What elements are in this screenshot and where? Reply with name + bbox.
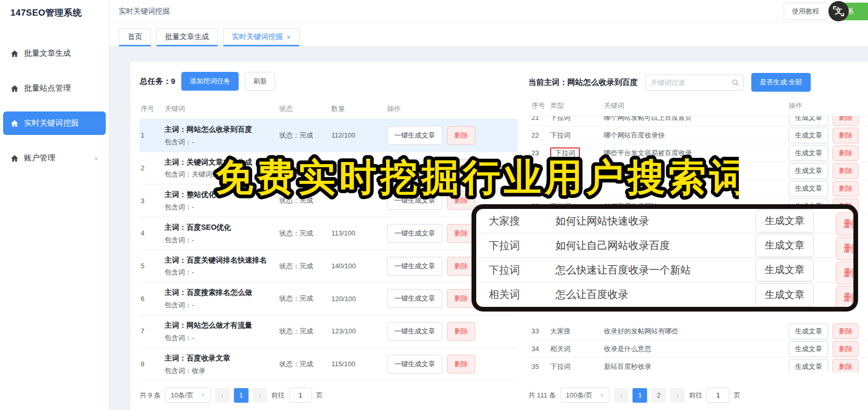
generate-article-button[interactable]: 生成文章 bbox=[789, 128, 828, 143]
generate-article-button[interactable]: 生成文章 bbox=[789, 163, 828, 179]
row-index: 8 bbox=[140, 360, 165, 368]
goto-page-input[interactable] bbox=[289, 388, 312, 403]
sidebar-item-batch-article[interactable]: 批量文章生成 bbox=[3, 42, 106, 65]
table-row[interactable]: 23 下拉词 哪些平台发文容易被百度收录 生成文章删除 bbox=[528, 144, 868, 162]
keyword-type: 大家搜 bbox=[550, 184, 571, 192]
row-index: 3 bbox=[140, 197, 165, 205]
per-page-select[interactable]: 100条/页 ∨ bbox=[560, 388, 610, 403]
tab-keyword-mining[interactable]: 实时关键词挖掘 × bbox=[223, 28, 300, 46]
goto-page-input[interactable] bbox=[706, 388, 729, 403]
search-icon bbox=[731, 79, 739, 86]
generate-article-button[interactable]: 一键生成文章 bbox=[387, 191, 442, 210]
table-row[interactable]: 7 主词：网站怎么做才有流量包含词：- 状态：完成 123/100 一键生成文章… bbox=[140, 315, 518, 348]
generate-article-button[interactable]: 一键生成文章 bbox=[387, 322, 442, 341]
prev-page-button[interactable]: ‹ bbox=[215, 388, 230, 403]
delete-button[interactable]: 删除 bbox=[833, 181, 859, 196]
refresh-button[interactable]: 刷新 bbox=[245, 72, 275, 91]
generate-article-button[interactable]: 一键生成文章 bbox=[387, 289, 442, 308]
page-number-1[interactable]: 1 bbox=[234, 388, 249, 403]
table-row[interactable]: 1 主词：网站怎么收录到百度包含词：- 状态：完成 112/100 一键生成文章… bbox=[140, 119, 518, 152]
delete-button[interactable]: 删除 bbox=[447, 257, 475, 276]
next-page-button[interactable]: › bbox=[253, 388, 267, 403]
page-number-1[interactable]: 1 bbox=[633, 388, 647, 403]
row-index: 6 bbox=[140, 295, 165, 303]
generate-article-button[interactable]: 生成文章 bbox=[755, 209, 814, 232]
tutorial-button[interactable]: 使用教程 bbox=[784, 3, 827, 20]
next-page-button[interactable]: › bbox=[670, 388, 685, 403]
table-row[interactable]: 22 下拉词 哪个网站百度收录快 生成文章删除 bbox=[528, 127, 868, 144]
generate-article-button[interactable]: 生成文章 bbox=[755, 283, 814, 306]
table-row[interactable]: 25 大家搜 生成文章删除 bbox=[528, 180, 868, 197]
task-subwords: 包含词：- bbox=[165, 333, 275, 343]
generate-article-button[interactable]: 一键生成文章 bbox=[387, 159, 442, 178]
page-number-2[interactable]: 2 bbox=[651, 388, 666, 403]
generate-article-button[interactable]: 生成文章 bbox=[755, 258, 814, 281]
sidebar-item-batch-site[interactable]: 批量站点管理 bbox=[3, 77, 106, 100]
table-row[interactable]: 8 主词：百度收录文章包含词：收录 状态：完成 115/100 一键生成文章删除 bbox=[140, 348, 518, 381]
translate-icon[interactable]: 文 bbox=[828, 1, 849, 21]
table-row[interactable]: 35 下拉词 新站百度秒收录 生成文章删除 bbox=[528, 358, 868, 372]
generate-article-button[interactable]: 一键生成文章 bbox=[387, 355, 442, 374]
generate-article-button[interactable]: 生成文章 bbox=[789, 324, 828, 339]
chevron-down-icon: ∨ bbox=[94, 155, 98, 162]
keyword-text: 收录是什么意思 bbox=[604, 344, 789, 354]
keyword-type: 下拉词 bbox=[476, 239, 555, 253]
generate-article-button[interactable]: 生成文章 bbox=[789, 145, 828, 161]
generate-all-button[interactable]: 是否生成:全部 bbox=[751, 73, 811, 92]
tab-bar: 首页 批量文章生成 实时关键词挖掘 × bbox=[109, 23, 868, 47]
generate-article-button[interactable]: 生成文章 bbox=[789, 181, 828, 196]
delete-button[interactable]: 删除 bbox=[833, 324, 859, 339]
task-title: 主词：关键词文章自动生成 bbox=[165, 157, 275, 168]
generate-article-button[interactable]: 一键生成文章 bbox=[387, 224, 442, 243]
delete-button[interactable]: 删除 bbox=[447, 224, 475, 243]
sidebar-item-keyword-mining[interactable]: 实时关键词挖掘 bbox=[3, 111, 106, 135]
delete-button[interactable]: 删除 bbox=[833, 128, 859, 143]
generate-article-button[interactable]: 生成文章 bbox=[789, 359, 828, 373]
table-row[interactable]: 24 下拉词 如何让网站百度收录 生成文章删除 bbox=[528, 162, 868, 180]
delete-button[interactable]: 删除 bbox=[447, 322, 475, 341]
row-index: 22 bbox=[528, 131, 550, 139]
delete-button[interactable]: 删除 bbox=[836, 237, 858, 260]
table-row[interactable]: 2 主词：关键词文章自动生成包含词：关键词生成 状态：完成 100/100 一键… bbox=[140, 152, 518, 185]
prev-page-button[interactable]: ‹ bbox=[614, 388, 628, 403]
generate-article-button[interactable]: 生成文章 bbox=[789, 116, 828, 126]
delete-button[interactable]: 删除 bbox=[447, 289, 475, 308]
keyword-filter-input[interactable] bbox=[645, 74, 744, 91]
delete-button[interactable]: 删除 bbox=[447, 159, 475, 178]
table-row[interactable]: 3 主词：整站优化包含词：- 状态：完成 一键生成文章删除 bbox=[140, 184, 518, 217]
delete-button[interactable]: 删除 bbox=[833, 359, 859, 373]
generate-article-button[interactable]: 一键生成文章 bbox=[387, 126, 442, 145]
close-icon[interactable]: × bbox=[287, 33, 291, 41]
inset-row: 大家搜 如何让网站快速收录 生成文章 删除 bbox=[476, 209, 853, 233]
delete-button[interactable]: 删除 bbox=[447, 191, 475, 210]
generate-article-button[interactable]: 生成文章 bbox=[789, 341, 828, 357]
generate-article-button[interactable]: 一键生成文章 bbox=[387, 257, 442, 276]
tab-home[interactable]: 首页 bbox=[119, 28, 151, 46]
table-row[interactable]: 6 主词：百度搜索排名怎么做包含词：- 状态：完成 120/100 一键生成文章… bbox=[140, 282, 518, 315]
table-row[interactable]: 33 大家搜 收录好的发帖网站有哪些 生成文章删除 bbox=[528, 322, 868, 340]
per-page-select[interactable]: 10条/页 ∨ bbox=[165, 388, 210, 403]
row-index: 25 bbox=[528, 184, 550, 192]
table-row[interactable]: 21 下拉词 哪个网站发帖可以上百度首页 生成文章删除 bbox=[528, 116, 868, 127]
delete-button[interactable]: 删除 bbox=[836, 262, 858, 284]
row-index: 35 bbox=[528, 363, 550, 370]
sidebar-item-account[interactable]: 账户管理 ∨ bbox=[3, 146, 106, 170]
delete-button[interactable]: 删除 bbox=[833, 116, 859, 126]
delete-button[interactable]: 删除 bbox=[836, 213, 858, 235]
home-icon bbox=[10, 49, 19, 58]
delete-button[interactable]: 删除 bbox=[836, 286, 858, 309]
delete-button[interactable]: 删除 bbox=[447, 126, 475, 145]
delete-button[interactable]: 删除 bbox=[833, 163, 859, 179]
keyword-text: 如何让网站快速收录 bbox=[555, 214, 755, 228]
table-row[interactable]: 34 相关词 收录是什么意思 生成文章删除 bbox=[528, 340, 868, 358]
delete-button[interactable]: 删除 bbox=[447, 355, 475, 374]
add-task-button[interactable]: 添加挖词任务 bbox=[181, 72, 239, 91]
tab-batch-article[interactable]: 批量文章生成 bbox=[156, 28, 218, 46]
table-row[interactable]: 5 主词：百度关键词排名快速排名包含词：- 状态：完成 140/100 一键生成… bbox=[140, 250, 518, 283]
generate-article-button[interactable]: 生成文章 bbox=[755, 234, 814, 257]
task-count: 115/100 bbox=[331, 360, 387, 368]
delete-button[interactable]: 删除 bbox=[833, 341, 859, 357]
delete-button[interactable]: 删除 bbox=[833, 145, 859, 161]
keyword-type: 下拉词 bbox=[550, 167, 571, 175]
table-row[interactable]: 4 主词：百度SEO优化包含词：- 状态：完成 113/100 一键生成文章删除 bbox=[140, 217, 518, 250]
